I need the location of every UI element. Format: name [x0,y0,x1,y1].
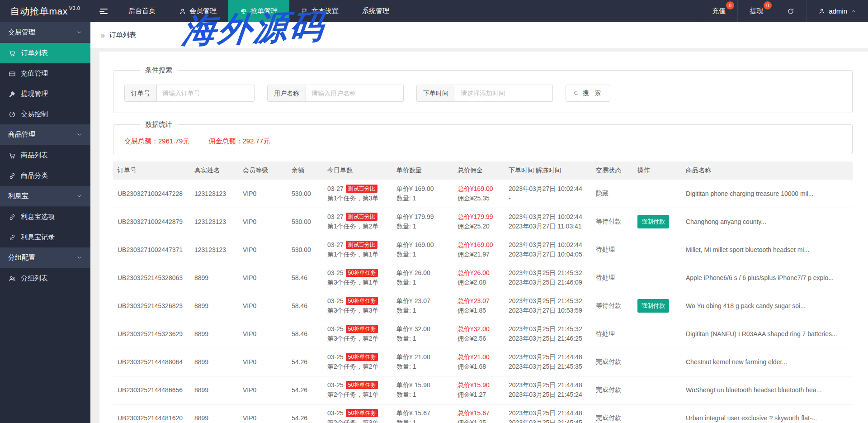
cell-unit-price-qty: 单价¥ 23.07 数量: 1 [392,292,453,320]
gavel-icon [9,90,16,98]
flag-icon [301,8,308,15]
search-button[interactable]: 搜 索 [566,85,610,102]
chevron-down-icon [76,132,82,138]
sidebar-group-trade[interactable]: 交易管理 [0,22,90,43]
order-no-input[interactable] [157,85,255,102]
table-row: UB2303252144486656 8899 VIP0 54.26 03-25… [113,376,853,404]
col-balance: 余额 [287,162,323,180]
cell-unit-price-qty: 单价¥ 169.00 数量: 1 [392,236,453,264]
cell-actions [633,376,681,404]
commission: 佣金¥21.97 [458,250,500,259]
total-price: 总价¥32.00 [458,324,500,334]
item-label: 充值管理 [21,69,48,78]
username-input[interactable] [306,85,404,102]
cell-vip-level: VIP0 [238,320,287,348]
sidebar-item-interest-records[interactable]: 利息宝记录 [0,227,90,247]
sidebar-item-product-category[interactable]: 商品分类 [0,166,90,186]
task-progress: 第2个任务，第2单 [327,362,387,371]
sidebar-item-interest-options[interactable]: 利息宝选项 [0,207,90,227]
username-group: 用户名称 [267,85,404,102]
order-time: 2023年03月25日 21:44:48 [509,409,587,418]
cell-unit-price-qty: 单价¥ 21.00 数量: 1 [392,348,453,376]
search-row: 订单号 用户名称 下单时间 [124,85,843,102]
task-progress: 第2个任务，第3单 [327,418,387,423]
cell-times: 2023年03月25日 21:44:48 2023年03月25日 21:45:4… [504,404,591,423]
sidebar-toggle-icon[interactable] [90,0,117,22]
cell-unit-price-qty: 单价¥ 26.00 数量: 1 [392,264,453,292]
cell-balance: 54.26 [287,348,323,376]
nav-item-members[interactable]: 会员管理 [167,0,228,22]
wallet-icon [9,70,16,77]
quantity: 数量: 1 [396,306,448,315]
recharge-button[interactable]: 充值 0 [700,0,737,22]
main-layout: 交易管理 订单列表 充值管理 提现管理 交易控制 商品管理 商品列表 [0,22,868,423]
cell-order-no: UB2303252145326823 [113,292,190,320]
cell-today-orders: 03-2550补单任务 第3个任务，第1单 [323,264,392,292]
col-vip-level: 会员等级 [238,162,287,180]
quantity: 数量: 1 [396,362,448,371]
quantity: 数量: 1 [396,390,448,399]
status-text: 完成付款 [591,348,633,376]
stats-legend: 数据统计 [140,120,178,129]
search-icon [573,90,579,96]
sidebar-item-withdraw[interactable]: 提现管理 [0,84,90,104]
cell-today-orders: 03-27测试百分比 第1个任务，第2单 [323,208,392,236]
cell-today-orders: 03-2550补单任务 第2个任务，第1单 [323,376,392,404]
sidebar-group-grouping[interactable]: 分组配置 [0,247,90,268]
chevron-up-icon [850,8,856,14]
order-time-input[interactable] [455,85,553,102]
sidebar-item-group-list[interactable]: 分组列表 [0,268,90,289]
cell-real-name: 123123123 [190,208,238,236]
cell-actions [633,180,681,208]
cell-vip-level: VIP0 [238,264,287,292]
withdraw-badge: 0 [764,1,772,10]
cell-unit-price-qty: 单价¥ 179.99 数量: 1 [392,208,453,236]
cell-times: 2023年03月25日 21:45:32 2023年03月27日 10:53:5… [504,292,591,320]
total-price: 总价¥169.00 [458,184,500,194]
quantity: 数量: 1 [396,334,448,343]
cell-today-orders: 03-2550补单任务 第3个任务，第2单 [323,320,392,348]
commission: 佣金¥2.56 [458,334,500,343]
recharge-label: 充值 [712,7,726,15]
cell-order-no: UB2303252145328063 [113,264,190,292]
sidebar-item-trade-control[interactable]: 交易控制 [0,104,90,124]
commission: 佣金¥1.68 [458,362,500,371]
cell-balance: 58.46 [287,320,323,348]
nav-item-dashboard[interactable]: 后台首页 [117,0,167,22]
unfreeze-time: 2023年03月27日 11:03:41 [509,222,587,231]
unit-price: 单价¥ 21.00 [396,352,448,362]
nav-label: 后台首页 [128,7,156,15]
force-pay-button[interactable]: 强制付款 [637,215,669,228]
user-menu[interactable]: admin [806,0,868,22]
nav-item-system[interactable]: 系统管理 [350,0,401,22]
cell-total-commission: 总价¥169.00 佣金¥25.35 [453,180,504,208]
sidebar-item-order-list[interactable]: 订单列表 [0,43,90,63]
task-badge: 50补单任务 [346,353,378,361]
link-icon [9,234,16,241]
unit-price: 单价¥ 23.07 [396,296,448,306]
nav-item-order-grab[interactable]: 抢单管理 [228,0,289,22]
sidebar-item-product-list[interactable]: 商品列表 [0,145,90,166]
cell-actions [633,320,681,348]
order-time: 2023年03月27日 10:02:44 [509,184,587,194]
content-area: » 订单列表 条件搜索 订单号 用户名称 [90,22,868,423]
commission: 佣金¥2.08 [458,278,500,287]
chevron-down-icon [76,29,82,35]
refresh-button[interactable] [775,0,806,22]
link-icon [9,214,16,221]
cell-actions [633,348,681,376]
nav-item-text-settings[interactable]: 文本设置 [289,0,350,22]
unfreeze-time: 2023年03月27日 10:04:05 [509,250,587,259]
force-pay-button[interactable]: 强制付款 [637,299,669,313]
task-date: 03-25 [327,381,344,389]
sidebar: 交易管理 订单列表 充值管理 提现管理 交易控制 商品管理 商品列表 [0,22,90,423]
sidebar-group-interest[interactable]: 利息宝 [0,186,90,207]
withdraw-button[interactable]: 提现 0 [737,0,775,22]
order-no-group: 订单号 [124,85,255,102]
cell-product-name: Millet, MI millet sport bluetooth headse… [681,236,853,264]
order-time: 2023年03月27日 10:02:44 [509,240,587,250]
item-label: 商品分类 [21,171,48,180]
sidebar-item-recharge[interactable]: 充值管理 [0,63,90,84]
group-label: 交易管理 [8,28,35,37]
sidebar-group-product[interactable]: 商品管理 [0,124,90,145]
